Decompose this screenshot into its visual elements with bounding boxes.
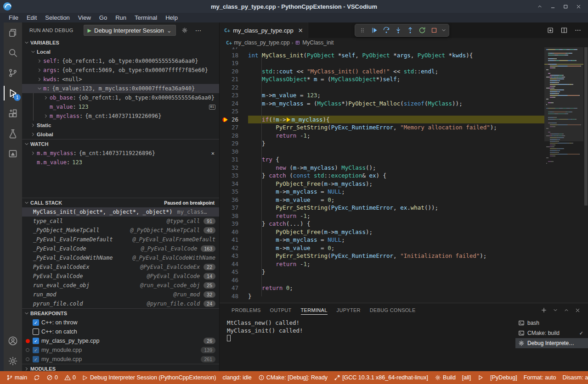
line-number[interactable]: 44	[220, 260, 248, 268]
activity-extensions[interactable]	[4, 103, 22, 123]
watch-row[interactable]: m.m_myclass:{m_cnt:140737119226896}✕	[22, 149, 219, 158]
minimap-viewport[interactable]	[544, 47, 583, 141]
debug-configuration-dropdown[interactable]: ▶ Debug Interpreter Session ⌄	[84, 25, 176, 36]
stack-frame[interactable]: run_eval_code_obj@run_eval_code_obj25	[22, 281, 219, 290]
restart-icon[interactable]	[417, 25, 428, 36]
menu-view[interactable]: View	[74, 13, 95, 22]
line-number[interactable]: 38	[220, 212, 248, 220]
activity-source-control[interactable]	[4, 63, 22, 83]
variable-row[interactable]: m_myclass:{m_cnt:140737119226096}	[22, 111, 219, 121]
step-out-icon[interactable]	[405, 25, 416, 36]
stack-frame[interactable]: _PyObject_MakeTpCall@_PyObject_MakeTpCal…	[22, 226, 219, 235]
variable-row[interactable]: Global	[22, 130, 219, 139]
code-line[interactable]: 34 PyObject_Free(m->m_myclass);	[220, 180, 588, 188]
code-line[interactable]: 40 PyObject_Free(m->m_myclass);	[220, 228, 588, 236]
status-debug-interpreter-session-pyth[interactable]: Debug Interpreter Session (PythonCppExte…	[79, 371, 219, 384]
variable-row[interactable]: ob_base:{ob_refcnt:1, ob_type:0x00005555…	[22, 93, 219, 102]
line-number[interactable]: 39	[220, 220, 248, 228]
activity-search[interactable]	[4, 43, 22, 63]
variable-row[interactable]: self:{ob_refcnt:1, ob_type:0x00005555556…	[22, 56, 219, 66]
panel-tab-output[interactable]: OUTPUT	[266, 303, 296, 317]
menu-go[interactable]: Go	[95, 13, 111, 22]
chevron-right-icon[interactable]	[29, 132, 37, 137]
line-number[interactable]: 21	[220, 75, 248, 83]
activity-explorer[interactable]	[4, 22, 22, 43]
chevron-down-icon[interactable]	[441, 25, 447, 36]
line-number[interactable]: 41	[220, 236, 248, 244]
stack-frame[interactable]: run_mod@run_mod32	[22, 290, 219, 299]
breakpoint-row[interactable]: C++: on catch	[22, 327, 219, 336]
modules-header[interactable]: MODULES	[22, 364, 219, 371]
terminal-instance-cmake-build[interactable]: CMake: build✓	[515, 328, 588, 338]
terminal-instance-bash[interactable]: bash	[515, 318, 588, 328]
chevron-right-icon[interactable]	[29, 122, 37, 128]
breakpoint-checkbox[interactable]	[33, 328, 39, 335]
line-number[interactable]: 40	[220, 228, 248, 236]
continue-icon[interactable]	[369, 25, 380, 36]
code-line[interactable]: 47 return 0;	[220, 284, 588, 292]
line-number[interactable]: 22	[220, 83, 248, 92]
line-number[interactable]: 42	[220, 244, 248, 252]
line-number[interactable]: 48	[220, 292, 248, 301]
variable-row[interactable]: args:{ob_refcnt:5069, ob_type:0x00007fff…	[22, 66, 219, 75]
code-line[interactable]: 22	[220, 83, 588, 92]
code-line[interactable]: 25	[220, 107, 588, 116]
status-format-auto[interactable]: Format: auto	[521, 371, 559, 384]
line-number[interactable]: 25	[220, 107, 248, 116]
stack-frame[interactable]: type_call@type_call91	[22, 217, 219, 226]
step-over-icon[interactable]	[381, 25, 392, 36]
code-line[interactable]: 20 std::cout << "MyClass_init() called!"…	[220, 67, 588, 76]
chevron-down-icon[interactable]	[29, 49, 37, 55]
variables-header[interactable]: VARIABLES	[22, 38, 219, 47]
panel-tab-debug-console[interactable]: DEBUG CONSOLE	[365, 303, 420, 317]
split-editor-icon[interactable]	[560, 27, 568, 34]
code-line[interactable]: 38 return -1;	[220, 212, 588, 220]
chevron-right-icon[interactable]	[42, 113, 50, 119]
code-line[interactable]: 26 if(!m->m_myclass){	[220, 116, 588, 124]
status--all-[interactable]: [all]	[459, 371, 474, 384]
call-stack-header[interactable]: CALL STACK Paused on breakpoint	[22, 198, 219, 207]
line-number[interactable]: 23	[220, 91, 248, 100]
status-play[interactable]	[475, 371, 486, 384]
chevron-down-icon[interactable]	[36, 86, 43, 91]
code-line[interactable]: 33 } catch (const std::exception& ex) {	[220, 172, 588, 180]
chevron-right-icon[interactable]	[36, 77, 43, 82]
line-number[interactable]: 47	[220, 284, 248, 292]
panel-tab-problems[interactable]: PROBLEMS	[227, 303, 266, 317]
activity-custom-panel[interactable]	[4, 144, 22, 164]
variable-row[interactable]: m:{m_value:123, m_myclass:0x00007fffea36…	[22, 84, 219, 93]
status-clangd-idle[interactable]: clangd: idle	[220, 371, 254, 384]
breakpoint-checkbox[interactable]: ✓	[33, 319, 39, 326]
line-number[interactable]: 34	[220, 180, 248, 188]
code-line[interactable]: 17	[220, 47, 588, 51]
code-line[interactable]: 48}	[220, 292, 588, 301]
close-tab-icon[interactable]: ✕	[298, 27, 303, 34]
breadcrumb-symbol[interactable]: MyClass_init	[302, 39, 334, 46]
line-number[interactable]: 45	[220, 268, 248, 276]
code-line[interactable]: 36 m->m_value = 0;	[220, 196, 588, 204]
code-line[interactable]: 27 PyErr_SetString(PyExc_RuntimeError, "…	[220, 123, 588, 132]
code-line[interactable]: 23 m->m_value = 123;	[220, 91, 588, 100]
line-number[interactable]: 27	[220, 123, 248, 132]
line-number[interactable]: 46	[220, 276, 248, 284]
terminal-output[interactable]: MtClass_new() called!MyClass_init() call…	[220, 317, 515, 371]
variable-row[interactable]: Static	[22, 121, 219, 130]
stack-frame[interactable]: PyEval_EvalCode@PyEval_EvalCode14	[22, 272, 219, 281]
line-number[interactable]: 43	[220, 252, 248, 260]
stack-frame[interactable]: _PyEval_EvalFrameDefault@_PyEval_EvalFra…	[22, 235, 219, 244]
code-line[interactable]: 35 m->m_myclass = NULL;	[220, 188, 588, 196]
editor-scrollbar[interactable]	[583, 47, 588, 303]
watch-header[interactable]: WATCH	[22, 139, 219, 149]
maximize-button[interactable]	[560, 2, 571, 11]
stack-frame[interactable]: _PyEval_EvalCode@_PyEval_EvalCode163	[22, 244, 219, 253]
status--pydebug-[interactable]: [PyDebug]	[487, 371, 520, 384]
minimap[interactable]	[544, 47, 583, 303]
stop-icon[interactable]	[429, 25, 440, 36]
line-number[interactable]: 33	[220, 172, 248, 180]
line-number[interactable]: 17	[220, 47, 248, 51]
minimize-button[interactable]	[548, 2, 558, 11]
menu-help[interactable]: Help	[161, 13, 182, 22]
activity-account[interactable]	[4, 331, 22, 351]
code-editor[interactable]: 1718int MyClass_init(PyObject *self, PyO…	[220, 47, 588, 303]
status-0[interactable]: 0	[44, 371, 61, 384]
